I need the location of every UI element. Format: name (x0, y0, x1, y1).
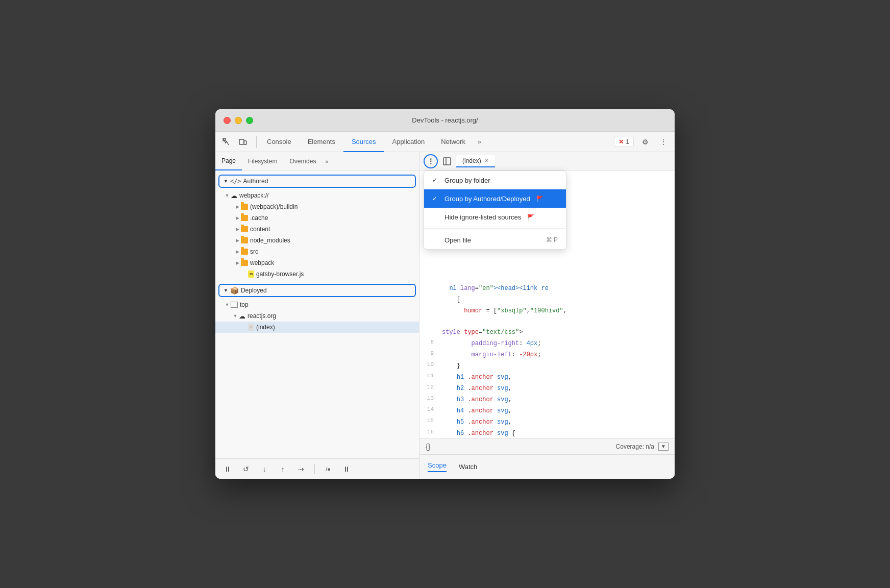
debugger-bar: ⏸ ↺ ↓ ↑ ⇢ /● ⏸ (215, 458, 419, 479)
warning-icon: 🚩 (536, 195, 543, 202)
file-name: gatsby-browser.js (256, 271, 304, 278)
minimize-button[interactable] (235, 117, 242, 124)
folder-arrow-icon: ▶ (234, 227, 241, 232)
folder-icon (241, 249, 248, 255)
index-file-label: (index) (256, 324, 275, 331)
folder-arrow-icon: ▶ (234, 260, 241, 265)
check-icon: ✓ (432, 177, 440, 184)
tree-item-index[interactable]: ▶ □ (index) (215, 322, 419, 333)
format-button[interactable]: {} (426, 443, 430, 451)
more-options-button[interactable]: ⋮ (656, 135, 671, 149)
line-content: h1 .anchor svg, (440, 372, 675, 382)
tree-folder-webpack[interactable]: ▶ webpack (215, 257, 419, 268)
sub-tab-filesystem[interactable]: Filesystem (242, 152, 283, 170)
line-number (419, 327, 440, 328)
tab-application[interactable]: Application (384, 132, 433, 152)
tree-file-gatsby-browser[interactable]: ▶ JS gatsby-browser.js (215, 268, 419, 280)
webpack-item[interactable]: ▼ ☁ webpack:// (215, 190, 419, 201)
menu-item-group-by-folder[interactable]: ✓ Group by folder (424, 171, 566, 189)
async-button[interactable]: ⏸ (340, 463, 353, 475)
svg-rect-2 (244, 141, 246, 144)
line-content: nl lang="en"><head><link re (440, 283, 675, 293)
menu-item-label: Hide ignore-listed sources (444, 213, 521, 221)
pause-button[interactable]: ⏸ (221, 463, 234, 475)
code-line: humor = ["xbsqlp","190hivd", (419, 305, 675, 316)
tab-console[interactable]: Console (259, 132, 300, 152)
window-title: DevTools - reactjs.org/ (412, 116, 478, 124)
step-over-button[interactable]: ↺ (240, 463, 252, 475)
line-number: 13 (419, 395, 440, 401)
deployed-section-header[interactable]: ▼ 📦 Deployed (218, 284, 416, 297)
settings-button[interactable]: ⚙ (638, 135, 652, 149)
deployed-label: Deployed (241, 287, 267, 294)
tree-folder-content[interactable]: ▶ content (215, 224, 419, 235)
tree-folder-node-modules[interactable]: ▶ node_modules (215, 235, 419, 246)
tab-sources[interactable]: Sources (343, 132, 384, 152)
error-count: 1 (626, 138, 629, 145)
tree-item-top[interactable]: ▼ top (215, 299, 419, 310)
tree-folder-cache[interactable]: ▶ .cache (215, 212, 419, 224)
scope-tab[interactable]: Scope (428, 461, 447, 472)
code-tab-index[interactable]: (index) ✕ (456, 155, 495, 167)
folder-name: webpack (250, 259, 274, 266)
folder-icon (241, 204, 248, 210)
line-number: 10 (419, 361, 440, 368)
box-icon: 📦 (230, 286, 239, 295)
tree-folder-webpack-buildin[interactable]: ▶ (webpack)/buildin (215, 201, 419, 212)
menu-item-group-authored-deployed[interactable]: ✓ Group by Authored/Deployed 🚩 (424, 189, 566, 208)
coverage-label: Coverage: n/a (616, 443, 654, 450)
line-number: 15 (419, 417, 440, 424)
line-number (419, 306, 440, 306)
line-number: 14 (419, 406, 440, 412)
dropdown-menu: ✓ Group by folder ✓ Group by Authored/De… (424, 170, 566, 250)
more-tabs-button[interactable]: » (474, 132, 485, 152)
menu-item-open-file[interactable]: Open file ⌘ P (424, 231, 566, 249)
sidebar-toggle-button[interactable] (440, 154, 454, 168)
error-badge[interactable]: ✕ 1 (614, 137, 634, 147)
three-dots-menu-button[interactable]: ⋮ (424, 154, 438, 168)
step-into-button[interactable]: ↓ (258, 463, 270, 475)
inspector-icon[interactable] (219, 135, 234, 149)
authored-bracket-icon: </> (230, 178, 241, 185)
line-content: style type="text/css"> (440, 327, 675, 337)
line-number: 12 (419, 383, 440, 390)
folder-icon (241, 237, 248, 243)
authored-section-header[interactable]: ▼ </> Authored (218, 175, 416, 188)
blackbox-button[interactable]: /● (322, 463, 334, 475)
step-forward-button[interactable]: ⇢ (295, 463, 307, 475)
line-number: 8 (419, 338, 440, 345)
menu-shortcut: ⌘ P (546, 236, 558, 243)
menu-item-label: Group by Authored/Deployed (444, 195, 530, 203)
sub-tab-overrides[interactable]: Overrides (283, 152, 322, 170)
line-content: } (440, 361, 675, 371)
watch-tab[interactable]: Watch (459, 463, 477, 471)
step-out-button[interactable]: ↑ (277, 463, 289, 475)
maximize-button[interactable] (246, 117, 253, 124)
menu-item-hide-ignore[interactable]: Hide ignore-listed sources 🚩 (424, 208, 566, 226)
line-content: h6 .anchor svg { (440, 428, 675, 438)
tab-network[interactable]: Network (433, 132, 474, 152)
code-line: 13 h3 .anchor svg, (419, 394, 675, 405)
line-content: h4 .anchor svg, (440, 406, 675, 416)
sub-more-button[interactable]: » (322, 158, 331, 164)
coverage-icon[interactable]: ▼ (658, 443, 669, 451)
sub-tab-page[interactable]: Page (215, 152, 242, 170)
close-button[interactable] (224, 117, 231, 124)
reactjs-arrow-icon: ▼ (232, 313, 239, 318)
line-number: 11 (419, 372, 440, 379)
tree-folder-src[interactable]: ▶ src (215, 246, 419, 257)
folder-name: .cache (250, 214, 268, 222)
tab-elements[interactable]: Elements (300, 132, 343, 152)
check-icon: ✓ (432, 195, 440, 202)
folder-name: node_modules (250, 237, 290, 244)
code-tab-label: (index) (462, 157, 481, 164)
tree-item-reactjsorg[interactable]: ▼ ☁ reactjs.org (215, 310, 419, 322)
line-content: h2 .anchor svg, (440, 383, 675, 394)
device-mode-icon[interactable] (236, 135, 250, 149)
close-tab-button[interactable]: ✕ (484, 157, 489, 164)
code-line (419, 316, 675, 327)
code-area[interactable]: nl lang="en"><head><link re [ humor = ["… (419, 283, 675, 438)
right-panel: ⋮ (index) ✕ (419, 152, 675, 479)
folder-arrow-icon: ▶ (234, 215, 241, 220)
line-content: padding-right: 4px; (440, 338, 675, 349)
